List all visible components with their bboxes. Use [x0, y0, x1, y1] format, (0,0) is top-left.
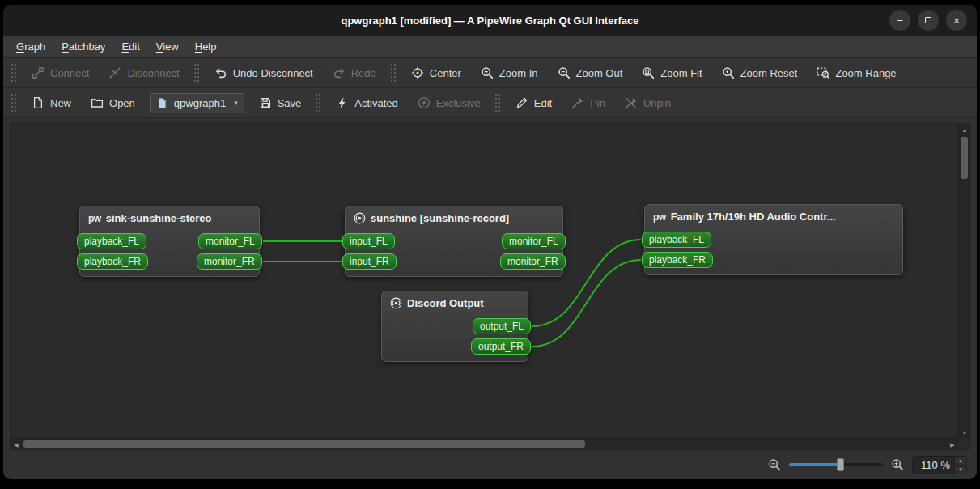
toolbar-handle[interactable]	[494, 94, 502, 112]
port-sink-sunshine-stereo-playback_FL[interactable]: playback_FL	[77, 233, 146, 249]
new-button[interactable]: New	[23, 91, 79, 114]
horizontal-scrollbar[interactable]: ◀ ▶	[11, 438, 958, 449]
file-icon	[156, 97, 168, 109]
spin-up-button[interactable]: ▲	[955, 457, 966, 466]
zoom-fit-icon	[642, 66, 655, 79]
record-icon	[390, 297, 402, 309]
port-sink-sunshine-stereo-monitor_FL[interactable]: monitor_FL	[198, 233, 262, 249]
port-discord-output-output_FL[interactable]: output_FL	[473, 318, 531, 334]
vertical-scroll-handle[interactable]	[961, 137, 968, 179]
menu-patchbay[interactable]: Patchbay	[53, 36, 113, 57]
port-sunshine-sunshine-record-input_FR[interactable]: input_FR	[342, 253, 397, 270]
toolbar-handle[interactable]	[11, 64, 18, 82]
pin-button[interactable]: Pin	[563, 91, 613, 114]
open-icon	[91, 96, 104, 109]
unpin-button-label: Unpin	[643, 97, 671, 109]
zoom-value: 110 %	[913, 457, 954, 474]
zoom-slider[interactable]	[789, 457, 883, 472]
connect-button[interactable]: Connect	[23, 62, 97, 84]
scroll-up-button[interactable]: ▲	[959, 124, 970, 135]
zoom-out-icon[interactable]	[768, 458, 781, 471]
save-button-label: Save	[278, 97, 302, 109]
minimize-button[interactable]: −	[889, 10, 910, 31]
activated-button[interactable]: Activated	[328, 91, 405, 114]
spin-down-button[interactable]: ▼	[955, 466, 966, 474]
disconnect-button[interactable]: Disconnect	[100, 62, 187, 84]
zoom-in-button-label: Zoom In	[499, 67, 538, 79]
status-bar: 110 % ▲ ▼	[3, 450, 977, 479]
center-button-label: Center	[430, 67, 461, 79]
exclusive-button-label: Exclusive	[436, 97, 481, 109]
toolbar-handle[interactable]	[193, 64, 201, 82]
save-button[interactable]: Save	[251, 91, 310, 114]
menu-help[interactable]: Help	[187, 36, 225, 57]
undo-icon	[214, 66, 227, 79]
window-controls: − ×	[889, 5, 967, 36]
menu-view[interactable]: View	[148, 36, 187, 57]
menu-graph[interactable]: Graph	[8, 36, 53, 57]
maximize-button[interactable]	[918, 10, 939, 31]
graph-canvas[interactable]: pwsink-sunshine-stereoplayback_FLplaybac…	[11, 124, 958, 438]
zoom-slider-handle[interactable]	[837, 458, 844, 471]
activated-icon	[336, 96, 349, 109]
edit-button[interactable]: Edit	[507, 91, 560, 114]
node-title: pwsink-sunshine-stereo	[80, 206, 259, 230]
close-button[interactable]: ×	[946, 10, 967, 31]
connect-icon	[32, 66, 45, 79]
port-sink-sunshine-stereo-monitor_FR[interactable]: monitor_FR	[197, 253, 262, 270]
zoom-reset-icon	[722, 66, 735, 79]
zoom-reset-button-label: Zoom Reset	[740, 67, 798, 79]
disconnect-button-label: Disconnect	[127, 67, 179, 79]
connect-button-label: Connect	[50, 67, 89, 79]
zoom-range-button-label: Zoom Range	[835, 67, 896, 79]
open-button[interactable]: Open	[83, 91, 143, 114]
patchbay-toolbar: NewOpenqpwgraph1▾SaveActivatedExclusiveE…	[3, 88, 977, 118]
node-title: pwFamily 17h/19h HD Audio Contr...	[645, 205, 902, 228]
zoom-slider-fill	[789, 463, 841, 466]
scroll-left-button[interactable]: ◀	[11, 439, 22, 450]
port-discord-output-output_FR[interactable]: output_FR	[471, 338, 531, 355]
zoom-range-icon	[817, 66, 829, 79]
zoom-in-button[interactable]: Zoom In	[473, 62, 546, 84]
zoom-range-button[interactable]: Zoom Range	[808, 62, 904, 84]
minimize-icon: −	[897, 15, 903, 26]
zoom-in-icon	[481, 66, 494, 79]
port-family-17h-19h-hd-audio-contr-playback_FL[interactable]: playback_FL	[642, 232, 711, 248]
close-icon: ×	[953, 15, 960, 26]
center-button[interactable]: Center	[403, 62, 469, 84]
new-icon	[32, 96, 45, 109]
graph-toolbar: ConnectDisconnectUndo DisconnectRedoCent…	[3, 58, 977, 88]
port-sink-sunshine-stereo-playback_FR[interactable]: playback_FR	[77, 253, 148, 270]
redo-button[interactable]: Redo	[325, 62, 384, 84]
new-button-label: New	[50, 97, 71, 109]
pin-button-label: Pin	[590, 97, 605, 109]
zoom-reset-button[interactable]: Zoom Reset	[714, 62, 806, 84]
horizontal-scroll-handle[interactable]	[23, 440, 585, 448]
scroll-down-button[interactable]: ▼	[959, 427, 970, 438]
toolbar-handle[interactable]	[11, 94, 18, 112]
chevron-down-icon: ▾	[234, 99, 238, 107]
title-bar[interactable]: qpwgraph1 [modified] — A PipeWire Graph …	[3, 5, 977, 36]
center-icon	[411, 66, 424, 79]
zoom-spinbox[interactable]: 110 % ▲ ▼	[912, 456, 967, 474]
app-window: qpwgraph1 [modified] — A PipeWire Graph …	[3, 5, 977, 479]
patchbay-combo[interactable]: qpwgraph1▾	[150, 93, 244, 113]
zoom-in-icon[interactable]	[891, 458, 904, 471]
port-sunshine-sunshine-record-input_FL[interactable]: input_FL	[342, 233, 395, 249]
vertical-scrollbar[interactable]: ▲ ▼	[958, 124, 969, 438]
window-title: qpwgraph1 [modified] — A PipeWire Graph …	[341, 15, 638, 27]
maximize-icon	[925, 17, 931, 23]
scroll-right-button[interactable]: ▶	[947, 439, 958, 450]
menu-edit[interactable]: Edit	[113, 36, 147, 57]
toolbar-handle[interactable]	[390, 64, 397, 82]
zoom-fit-button[interactable]: Zoom Fit	[634, 62, 710, 84]
toolbar-handle[interactable]	[315, 94, 322, 112]
port-sunshine-sunshine-record-monitor_FL[interactable]: monitor_FL	[502, 233, 566, 249]
port-sunshine-sunshine-record-monitor_FR[interactable]: monitor_FR	[500, 253, 566, 270]
pin-icon	[571, 96, 584, 109]
undo-disconnect-button[interactable]: Undo Disconnect	[206, 62, 321, 84]
zoom-out-button[interactable]: Zoom Out	[549, 62, 631, 84]
exclusive-button[interactable]: Exclusive	[409, 91, 489, 114]
unpin-button[interactable]: Unpin	[617, 91, 679, 114]
port-family-17h-19h-hd-audio-contr-playback_FR[interactable]: playback_FR	[642, 252, 713, 268]
